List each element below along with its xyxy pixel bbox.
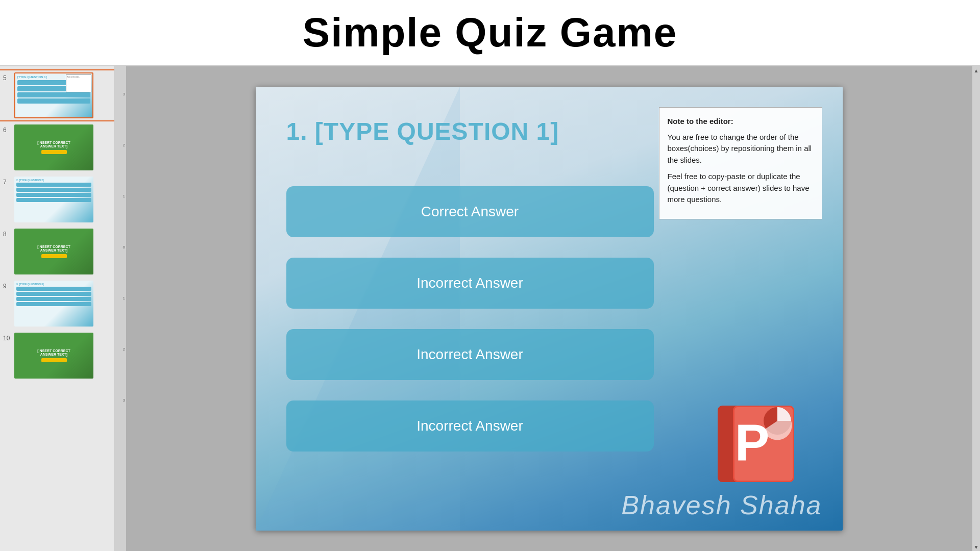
- slide-panel: 5 [TYPE QUESTION 1] Note to the editor..…: [0, 66, 115, 551]
- scroll-up-arrow[interactable]: ▲: [972, 66, 981, 74]
- note-title: Note to the editor:: [668, 116, 814, 128]
- slide-canvas: 1. [TYPE QUESTION 1] Correct Answer Inco…: [256, 87, 843, 531]
- slide-preview-7: 2. [TYPE QUESTION 2]: [14, 177, 93, 222]
- slide-number-6: 6: [3, 127, 12, 134]
- answer-button-4[interactable]: Incorrect Answer: [286, 400, 654, 452]
- slide-preview-5: [TYPE QUESTION 1] Note to the editor...: [14, 72, 93, 118]
- slide-preview-10: [INSERT CORRECTANSWER TEXT]: [14, 333, 93, 379]
- slide-number-8: 8: [3, 231, 12, 238]
- slide-thumbnail-8[interactable]: 8 [INSERT CORRECTANSWER TEXT]: [0, 227, 114, 277]
- note-paragraph-2: Feel free to copy-paste or duplicate the…: [668, 171, 814, 206]
- title-bar: Simple Quiz Game: [0, 0, 980, 66]
- slide-editor: 1. [TYPE QUESTION 1] Correct Answer Inco…: [126, 66, 972, 551]
- main-area: 5 [TYPE QUESTION 1] Note to the editor..…: [0, 66, 980, 551]
- slide-thumbnail-7[interactable]: 7 2. [TYPE QUESTION 2]: [0, 174, 114, 224]
- slide-preview-8: [INSERT CORRECTANSWER TEXT]: [14, 229, 93, 274]
- bg-shape-3: [256, 87, 460, 531]
- answer-button-2[interactable]: Incorrect Answer: [286, 258, 654, 309]
- powerpoint-logo: P: [710, 398, 802, 490]
- answer-button-1[interactable]: Correct Answer: [286, 186, 654, 237]
- slide-preview-9: 3. [TYPE QUESTION 3]: [14, 281, 93, 327]
- slide-thumbnail-6[interactable]: 6 [INSERT CORRECTANSWER TEXT]: [0, 122, 114, 172]
- answer-button-3[interactable]: Incorrect Answer: [286, 329, 654, 380]
- right-scrollbar[interactable]: ▲ ▼: [972, 66, 980, 551]
- app-title: Simple Quiz Game: [303, 9, 677, 56]
- question-title[interactable]: 1. [TYPE QUESTION 1]: [286, 117, 559, 145]
- slide-preview-6: [INSERT CORRECTANSWER TEXT]: [14, 124, 93, 170]
- slide-thumbnail-10[interactable]: 10 [INSERT CORRECTANSWER TEXT]: [0, 331, 114, 381]
- slide-number-9: 9: [3, 283, 12, 290]
- slide-number-5: 5: [3, 74, 12, 82]
- note-paragraph-1: You are free to change the order of the …: [668, 132, 814, 166]
- slide-thumbnail-9[interactable]: 9 3. [TYPE QUESTION 3]: [0, 279, 114, 329]
- editor-note-box: Note to the editor: You are free to chan…: [659, 107, 822, 219]
- slide-thumbnail-5[interactable]: 5 [TYPE QUESTION 1] Note to the editor..…: [0, 70, 114, 120]
- scroll-down-arrow[interactable]: ▼: [972, 543, 981, 551]
- ruler: 3 2 1 0 1 2 3: [115, 66, 126, 551]
- slide-number-10: 10: [3, 335, 12, 342]
- slide-number-7: 7: [3, 179, 12, 186]
- brand-text: Bhavesh Shaha: [621, 490, 822, 520]
